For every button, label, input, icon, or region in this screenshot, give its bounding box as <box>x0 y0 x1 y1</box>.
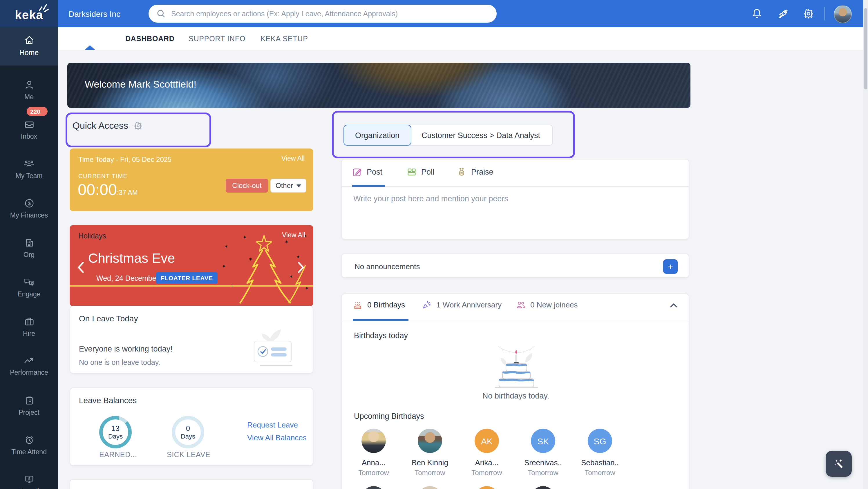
dashboard-content: Welcome Mark Scottfield! Quick Access Ti… <box>58 50 868 489</box>
sick-leave-label: SICK LEAVE <box>164 451 213 459</box>
person-date: Tomorrow <box>576 469 624 477</box>
scope-tab-organization[interactable]: Organization <box>343 125 411 145</box>
request-leave-link[interactable]: Request Leave <box>247 421 298 429</box>
sidebar-item-hire[interactable]: Hire <box>0 316 58 337</box>
svg-text:✶: ✶ <box>284 239 289 245</box>
avatar[interactable] <box>418 486 442 489</box>
user-avatar[interactable] <box>834 5 852 23</box>
avatar[interactable] <box>362 486 386 489</box>
sidebar-item-time-attend[interactable]: Time Attend <box>0 434 58 455</box>
avatar[interactable] <box>531 486 555 489</box>
earned-leave-donut: 13 Days <box>99 416 132 448</box>
svg-text:✶: ✶ <box>289 274 293 280</box>
person-date: Tomorrow <box>462 469 511 477</box>
clock-out-button[interactable]: Clock-out <box>226 179 268 193</box>
dollar-circle-icon: $ <box>0 198 58 209</box>
earned-leave-label: EARNED... <box>99 451 132 459</box>
person-icon <box>0 79 58 91</box>
sidebar-item-home[interactable]: Home <box>0 27 58 66</box>
tab-dashboard[interactable]: DASHBOARD <box>125 27 175 50</box>
announcements-card: No announcements + <box>341 254 689 278</box>
upcoming-birthdays-title: Upcoming Birthdays <box>354 412 424 421</box>
confetti-icon <box>422 300 432 310</box>
sidebar-item-my-finances[interactable]: $ My Finances <box>0 198 58 219</box>
view-all-balances-link[interactable]: View All Balances <box>247 433 307 442</box>
sidebar-item-label: Payroll <box>0 488 58 489</box>
earned-leave-value: 13 <box>112 425 120 433</box>
person-name: Sreenivas.. <box>519 458 567 467</box>
events-tab-birthdays[interactable]: 0 Birthdays <box>353 300 405 310</box>
new-joinees-people-icon <box>516 300 526 310</box>
settings-gear-icon[interactable] <box>803 8 814 19</box>
avatar <box>418 429 442 453</box>
keka-logo[interactable]: keka <box>0 0 58 27</box>
birthday-person[interactable]: Anna... Tomorrow <box>349 429 398 477</box>
inbox-icon <box>0 119 58 130</box>
time-card-title: Time Today - Fri, 05 Dec 2025 <box>78 156 172 164</box>
leave-balances-card: Leave Balances 13 Days EARNED... 0 Days … <box>70 388 313 466</box>
holiday-next-chevron-icon[interactable] <box>297 261 305 274</box>
sidebar-item-label: My Finances <box>0 212 58 219</box>
sidebar-item-org[interactable]: Org <box>0 237 58 258</box>
collapse-chevron-up-icon[interactable] <box>669 301 678 310</box>
composer-tab-poll[interactable]: Poll <box>407 167 434 177</box>
scope-tab-team[interactable]: Customer Success > Data Analyst <box>409 125 553 145</box>
on-leave-headline: Everyone is working today! <box>79 345 173 353</box>
floater-leave-badge: FLOATER LEAVE <box>156 272 218 284</box>
sidebar-item-me[interactable]: Me <box>0 79 58 100</box>
tab-keka-setup[interactable]: KEKA SETUP <box>260 27 308 50</box>
search-input[interactable] <box>170 9 497 18</box>
quick-access-gear-icon[interactable] <box>133 121 143 131</box>
earned-leave-unit: Days <box>108 433 123 440</box>
birthday-person[interactable]: SG Sebastian.. Tomorrow <box>576 429 624 477</box>
notifications-bell-icon[interactable] <box>751 8 763 19</box>
feed-scope-tabs: Organization Customer Success > Data Ana… <box>343 125 553 145</box>
time-view-all-link[interactable]: View All <box>281 155 305 162</box>
sidebar-item-engage[interactable]: Engage <box>0 277 58 298</box>
birthday-person[interactable]: SK Sreenivas.. Tomorrow <box>519 429 567 477</box>
rocket-icon[interactable] <box>777 8 788 19</box>
avatar-initials: AK <box>475 429 499 453</box>
birthday-cake-icon <box>353 300 363 310</box>
post-composer-card: Post Poll Praise <box>341 159 689 239</box>
avatar-initials: SG <box>588 429 612 453</box>
poll-icon <box>407 167 416 177</box>
post-input[interactable] <box>352 193 679 236</box>
avatar <box>362 429 386 453</box>
clipboard-icon <box>0 395 58 406</box>
composer-tab-post[interactable]: Post <box>352 167 382 177</box>
sidebar-item-payroll[interactable]: $ Payroll <box>0 474 58 489</box>
global-search[interactable] <box>149 5 497 23</box>
person-date: Tomorrow <box>349 469 398 477</box>
birthday-person[interactable]: AK Arika... Tomorrow <box>462 429 511 477</box>
sidebar-item-project[interactable]: Project <box>0 395 58 416</box>
tab-support-info[interactable]: SUPPORT INFO <box>189 27 245 50</box>
scrollbar-thumb[interactable] <box>864 8 867 89</box>
birthday-person[interactable]: Ben Kinnig Tomorrow <box>406 429 454 477</box>
holidays-title: Holidays <box>78 232 106 240</box>
sidebar-item-my-team[interactable]: My Team <box>0 158 58 179</box>
page-scrollbar[interactable] <box>863 0 868 489</box>
events-tab-work-anniversary[interactable]: 1 Work Anniversary <box>422 300 502 310</box>
welcome-banner: Welcome Mark Scottfield! <box>67 63 690 108</box>
on-leave-today-card: On Leave Today Everyone is working today… <box>70 306 313 373</box>
holidays-view-all-link[interactable]: View All <box>282 231 305 238</box>
events-tab-new-joinees[interactable]: 0 New joinees <box>516 300 578 310</box>
other-dropdown-button[interactable]: Other <box>270 179 306 193</box>
holiday-prev-chevron-icon[interactable] <box>76 261 85 274</box>
building-icon <box>0 237 58 248</box>
leave-balances-title: Leave Balances <box>79 396 137 405</box>
magic-wand-button[interactable] <box>826 451 852 477</box>
sidebar-item-inbox[interactable]: Inbox <box>0 119 58 140</box>
team-icon <box>0 158 58 169</box>
composer-tab-praise[interactable]: Praise <box>457 167 493 177</box>
sidebar-item-label: My Team <box>0 172 58 179</box>
avatar[interactable] <box>475 486 499 489</box>
no-birthday-cake-illustration <box>490 345 542 389</box>
sidebar-item-performance[interactable]: Performance <box>0 356 58 376</box>
add-announcement-button[interactable]: + <box>663 259 678 274</box>
person-date: Tomorrow <box>406 469 454 477</box>
post-pencil-icon <box>352 167 362 177</box>
holidays-card: ✶✦✶ ✦✦✶ ✶✦✶✦ Holidays View All Christmas… <box>70 225 313 306</box>
sidebar-item-label: Engage <box>0 291 58 298</box>
